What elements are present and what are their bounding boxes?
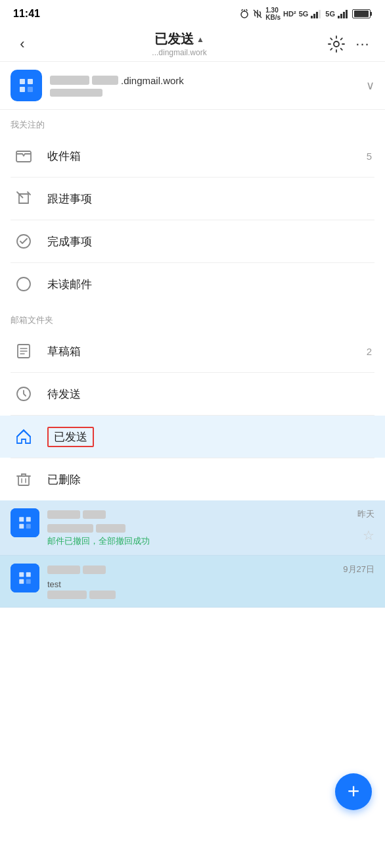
menu-item-done[interactable]: 完成事项 [0,220,385,262]
signal-bars2-icon [338,9,350,18]
section-folders: 邮箱文件夹 [0,305,385,330]
header-center: 已发送 ▲ ...dingmail.work [34,30,325,57]
mail-top-1: 9月27日 [47,564,374,575]
inbox-label: 收件箱 [47,149,367,164]
svg-point-13 [334,41,339,47]
svg-rect-26 [19,524,24,529]
alarm-icon [239,9,250,19]
sent-label: 已发送 [47,427,94,447]
compose-button[interactable]: + [335,773,372,810]
unread-label: 未读邮件 [47,277,372,292]
page-title: 已发送 ▲ [154,30,204,48]
svg-rect-16 [20,87,25,92]
svg-rect-30 [19,579,24,584]
svg-rect-28 [19,572,24,577]
mail-sender-avatar2-icon [16,569,34,587]
done-label: 完成事项 [47,234,372,249]
sender2-blurred-1 [47,566,80,574]
svg-rect-15 [28,79,33,84]
mail-sender-0 [47,510,106,519]
mail-date-1: 9月27日 [343,564,374,575]
more-button[interactable]: ··· [351,32,374,56]
svg-rect-14 [20,79,25,84]
svg-rect-8 [319,10,321,18]
account-row[interactable]: .dingmail.work ∨ [0,62,385,110]
done-icon [13,231,34,252]
mail-subject-0 [47,524,150,533]
subject-blurred-2 [96,524,125,533]
mail-sender-1 [47,566,106,574]
sub-blurred [50,89,102,97]
svg-rect-23 [18,476,29,485]
email-suffix: .dingmail.work [121,75,184,86]
back-button[interactable]: ‹ [11,32,34,56]
sender2-blurred-2 [83,566,106,574]
mail-top-0: 昨天 [47,508,374,520]
avatar-icon [16,75,37,96]
mail-avatar-0 [11,508,39,537]
menu-item-drafts[interactable]: 草稿箱 2 [0,330,385,372]
status-icons: 1.30KB/s HD² 5G 5G [239,7,372,21]
battery-icon [352,9,372,18]
mail-body-row-0: 邮件已撤回，全部撤回成功 ☆ [47,523,374,547]
svg-rect-9 [338,16,340,18]
mail-sender-avatar-icon [16,514,34,532]
signal-5g2: 5G [325,10,335,18]
menu-item-followup[interactable]: 跟进事项 [0,178,385,220]
compose-icon: + [348,781,360,802]
outbox-label: 待发送 [47,387,372,402]
svg-rect-10 [340,14,342,18]
deleted-label: 已删除 [47,472,372,487]
account-chevron-icon[interactable]: ∨ [366,78,374,93]
sender-blurred-1 [47,510,80,519]
account-email: .dingmail.work [50,75,366,86]
title-arrow-icon[interactable]: ▲ [196,35,204,44]
svg-rect-12 [346,10,348,18]
deleted-icon [13,469,34,490]
recall-text-0: 邮件已撤回，全部撤回成功 [47,535,150,547]
menu-item-sent[interactable]: 已发送 [0,416,385,458]
inbox-badge: 5 [367,151,372,162]
subject2-blurred-1 [47,591,87,599]
email-blurred-part1 [50,76,89,85]
account-sub [50,89,366,97]
menu-item-inbox[interactable]: 收件箱 5 [0,135,385,177]
svg-rect-6 [313,14,315,18]
menu-item-unread[interactable]: 未读邮件 [0,263,385,305]
outbox-icon [13,383,34,404]
settings-button[interactable] [325,32,348,56]
menu-item-outbox[interactable]: 待发送 [0,373,385,415]
svg-rect-24 [19,517,24,521]
mail-item-0[interactable]: 昨天 邮件已撤回，全部撤回成功 ☆ [0,500,385,556]
header: ‹ 已发送 ▲ ...dingmail.work ··· [0,25,385,62]
subject-blurred-1 [47,524,93,533]
mail-item-1[interactable]: 9月27日 test [0,556,385,608]
network-speed: 1.30KB/s [265,7,281,21]
mute-icon [252,9,263,19]
svg-point-20 [17,277,30,291]
mail-date-0: 昨天 [357,508,374,520]
followup-label: 跟进事项 [47,191,372,206]
signal-bars-icon [311,9,323,18]
mail-preview-section: 昨天 邮件已撤回，全部撤回成功 ☆ [0,500,385,608]
section-followed: 我关注的 [0,110,385,135]
mail-subject-text-1: test [47,579,116,589]
svg-rect-31 [26,579,31,584]
unread-icon [13,274,34,295]
svg-rect-7 [316,12,318,18]
svg-line-2 [242,10,242,11]
mail-subject-1 [47,591,116,599]
svg-line-3 [246,10,247,11]
drafts-badge: 2 [367,346,372,357]
svg-point-0 [241,11,248,18]
status-time: 11:41 [13,8,40,20]
subject2-blurred-2 [89,591,116,599]
svg-rect-5 [311,16,313,18]
account-avatar [11,70,42,101]
inbox-icon [13,145,34,166]
signal-5g1: 5G [299,10,309,18]
mail-content-0: 昨天 邮件已撤回，全部撤回成功 ☆ [47,508,374,547]
hd-badge: HD² [283,10,296,18]
menu-item-deleted[interactable]: 已删除 [0,458,385,500]
star-icon-0[interactable]: ☆ [363,527,374,543]
